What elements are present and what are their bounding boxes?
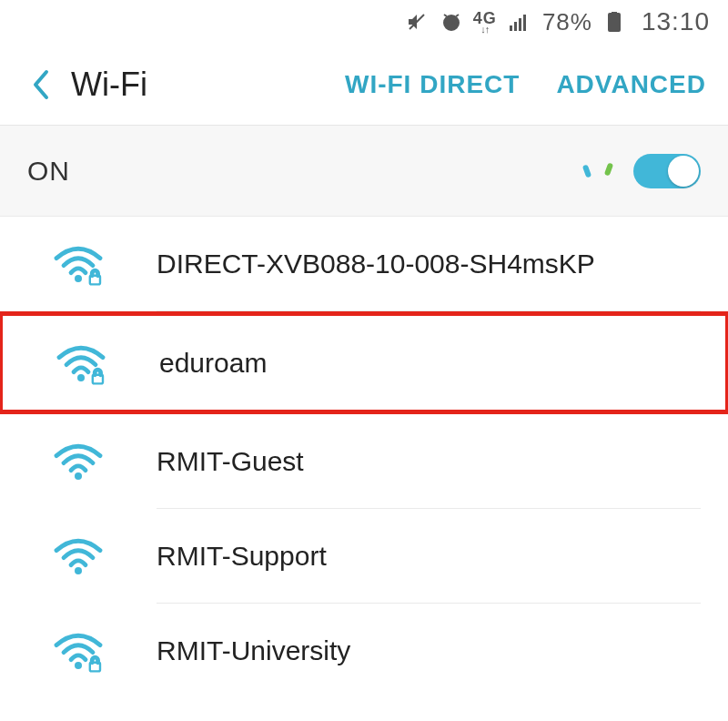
network-ssid: RMIT-University bbox=[157, 635, 350, 666]
network-ssid: RMIT-Guest bbox=[157, 446, 304, 477]
network-item[interactable]: DIRECT-XVB088-10-008-SH4msKP bbox=[0, 217, 728, 311]
wifi-signal-icon bbox=[0, 628, 157, 674]
wifi-toggle[interactable] bbox=[633, 154, 701, 188]
wifi-direct-button[interactable]: WI-FI DIRECT bbox=[345, 70, 520, 99]
toggle-knob bbox=[668, 156, 699, 187]
svg-point-11 bbox=[77, 374, 85, 381]
wifi-toggle-row: ON bbox=[0, 126, 728, 217]
network-ssid: DIRECT-XVB088-10-008-SH4msKP bbox=[157, 249, 595, 279]
statusbar: 4G ↓↑ 78% 13:10 bbox=[0, 0, 728, 44]
wifi-signal-icon bbox=[0, 533, 157, 579]
svg-rect-2 bbox=[510, 25, 512, 31]
svg-point-9 bbox=[75, 275, 82, 282]
svg-rect-5 bbox=[523, 15, 526, 31]
appbar: Wi-Fi WI-FI DIRECT ADVANCED bbox=[0, 44, 728, 126]
svg-point-13 bbox=[75, 472, 82, 480]
svg-rect-3 bbox=[514, 22, 517, 31]
mute-icon bbox=[404, 9, 430, 35]
svg-rect-7 bbox=[612, 12, 617, 14]
clock: 13:10 bbox=[642, 7, 710, 36]
signal-icon bbox=[506, 9, 531, 35]
network-type: 4G ↓↑ bbox=[473, 10, 497, 35]
svg-point-15 bbox=[75, 662, 82, 669]
page-title: Wi-Fi bbox=[71, 66, 147, 104]
back-button[interactable] bbox=[22, 66, 58, 103]
wifi-signal-icon bbox=[0, 439, 157, 484]
network-item[interactable]: RMIT-University bbox=[0, 604, 728, 698]
network-ssid: RMIT-Support bbox=[157, 541, 327, 572]
wifi-signal-icon bbox=[3, 340, 159, 386]
alarm-icon bbox=[439, 9, 464, 35]
chevron-left-icon bbox=[30, 68, 50, 101]
scanning-spinner bbox=[584, 157, 612, 185]
svg-rect-4 bbox=[519, 18, 521, 31]
wifi-signal-icon bbox=[0, 241, 157, 287]
svg-rect-8 bbox=[611, 18, 618, 29]
battery-percent: 78% bbox=[542, 8, 592, 36]
advanced-button[interactable]: ADVANCED bbox=[556, 70, 706, 99]
svg-point-14 bbox=[75, 567, 82, 574]
network-item[interactable]: RMIT-Support bbox=[0, 509, 728, 604]
network-ssid: eduroam bbox=[159, 348, 267, 379]
battery-icon bbox=[602, 9, 627, 35]
network-list: DIRECT-XVB088-10-008-SH4msKP eduroam RMI… bbox=[0, 217, 728, 698]
wifi-state-label: ON bbox=[27, 156, 70, 187]
network-item[interactable]: RMIT-Guest bbox=[0, 414, 728, 509]
network-item[interactable]: eduroam bbox=[0, 311, 728, 414]
